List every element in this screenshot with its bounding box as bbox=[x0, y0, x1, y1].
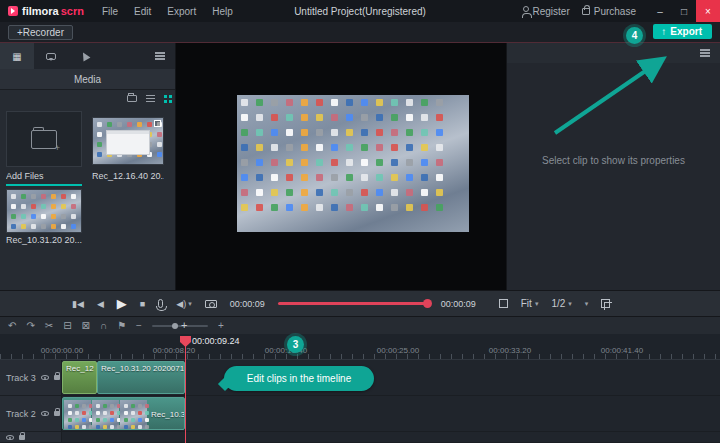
speaker-icon: ◀) bbox=[176, 299, 186, 309]
media-clip-thumbnail[interactable] bbox=[6, 189, 82, 233]
timeline-toolbar: ↶ ↷ ✂ ⊟ ⊠ ∩ ⚑ − + + bbox=[0, 316, 720, 334]
media-clip-label: Rec_12.16.40 20... bbox=[92, 171, 164, 181]
recorder-button[interactable]: +Recorder bbox=[8, 25, 73, 40]
tab-cursor[interactable] bbox=[68, 43, 102, 69]
tab-annotations[interactable] bbox=[34, 43, 68, 69]
track-name: Track 2 bbox=[6, 409, 36, 419]
minimize-button[interactable]: – bbox=[648, 0, 672, 22]
toolbar: +Recorder ↑ Export bbox=[0, 22, 720, 43]
track-lock-icon[interactable] bbox=[19, 435, 25, 440]
undo-icon[interactable]: ↶ bbox=[8, 320, 16, 331]
project-title: Untitled Project(Unregistered) bbox=[200, 6, 520, 17]
media-clip-label: Rec_10.31.20 20... bbox=[6, 235, 82, 245]
ruler-ticks bbox=[0, 354, 720, 359]
previous-frame-icon[interactable]: ◀ bbox=[97, 299, 104, 309]
clip-thumbnail bbox=[64, 400, 91, 430]
close-button[interactable]: × bbox=[696, 0, 720, 22]
library-tabs: ▦ bbox=[0, 43, 175, 69]
redo-icon[interactable]: ↷ bbox=[26, 320, 34, 331]
track-row-partial bbox=[0, 432, 720, 443]
track-visibility-eye-icon[interactable] bbox=[41, 375, 49, 380]
brand-sub-name: scrn bbox=[61, 5, 84, 17]
track-visibility-eye-icon[interactable] bbox=[6, 435, 14, 440]
tab-media[interactable]: ▦ bbox=[0, 43, 34, 69]
speaker-control[interactable]: ◀) ▾ bbox=[176, 299, 191, 309]
crop-icon[interactable] bbox=[601, 299, 610, 308]
zoom-out-icon[interactable]: − bbox=[136, 320, 142, 331]
media-clip-thumbnail[interactable] bbox=[92, 117, 164, 165]
purchase-label: Purchase bbox=[594, 6, 636, 17]
track-row: Track 2 Rec_10.31 bbox=[0, 396, 720, 432]
grid-view-icon[interactable] bbox=[164, 95, 167, 98]
player-controls: ▮◀ ◀ ▶ ■ ◀) ▾ 00:00:09 00:00:09 Fit ▾ 1/… bbox=[0, 290, 720, 316]
split-scissors-icon[interactable]: ✂ bbox=[45, 320, 53, 331]
timeline-clip[interactable]: Rec_12 bbox=[62, 361, 97, 394]
snapshot-camera-icon[interactable] bbox=[205, 300, 217, 308]
add-files-tile[interactable] bbox=[6, 111, 82, 167]
delete-clip-icon[interactable]: ⊠ bbox=[82, 320, 90, 331]
marker-flag-icon[interactable]: ⚑ bbox=[117, 320, 126, 331]
brand-name: filmora bbox=[22, 5, 59, 17]
play-icon[interactable]: ▶ bbox=[117, 296, 127, 311]
clip-label: Rec_12 bbox=[66, 364, 94, 373]
track-lock-icon[interactable] bbox=[54, 411, 60, 416]
playhead-line[interactable] bbox=[185, 336, 186, 443]
timeline-clip[interactable]: Rec_10.31.20 20200714 bbox=[97, 361, 185, 394]
track-name: Track 3 bbox=[6, 373, 36, 383]
track-header bbox=[0, 432, 62, 443]
timeline-ruler[interactable]: 00:00:09.24 00:00:00.00 00:00:08.20 00:0… bbox=[0, 334, 720, 360]
duration-time: 00:00:09 bbox=[441, 299, 476, 309]
preview-panel bbox=[176, 43, 506, 290]
clip-thumbnail bbox=[92, 400, 119, 430]
seek-knob[interactable] bbox=[423, 299, 432, 308]
chevron-down-icon: ▾ bbox=[188, 300, 192, 308]
annotation-arrow-to-export bbox=[507, 43, 720, 290]
folder-icon[interactable] bbox=[127, 95, 137, 102]
menu-export[interactable]: Export bbox=[167, 6, 196, 17]
zoom-knob[interactable] bbox=[172, 323, 178, 329]
track-lane[interactable] bbox=[62, 432, 720, 443]
fit-label: Fit bbox=[521, 298, 532, 309]
chevron-down-icon: ▾ bbox=[535, 300, 539, 308]
clip-label: Rec_10.31 bbox=[151, 410, 185, 419]
zoom-in-icon[interactable]: + bbox=[218, 320, 224, 331]
preview-video-frame[interactable] bbox=[237, 95, 469, 232]
more-dropdown-icon[interactable]: ▾ bbox=[585, 300, 589, 308]
microphone-icon[interactable] bbox=[158, 299, 163, 308]
fit-dropdown[interactable]: Fit ▾ bbox=[521, 298, 539, 309]
export-label: Export bbox=[670, 26, 702, 37]
skip-to-start-icon[interactable]: ▮◀ bbox=[72, 299, 84, 309]
window-controls: – □ × bbox=[648, 0, 720, 22]
maximize-button[interactable]: □ bbox=[672, 0, 696, 22]
crop-clip-icon[interactable]: ⊟ bbox=[63, 320, 71, 331]
scale-label: 1/2 bbox=[551, 298, 565, 309]
track-visibility-eye-icon[interactable] bbox=[41, 411, 49, 416]
export-button[interactable]: ↑ Export bbox=[653, 24, 712, 39]
timeline-clip[interactable]: Rec_10.31 bbox=[62, 397, 185, 430]
register-link[interactable]: Register bbox=[523, 6, 570, 17]
active-tile-underline bbox=[6, 184, 82, 186]
seek-slider[interactable] bbox=[278, 302, 428, 305]
media-library-panel: ▦ Media Add Files Rec_12.16.40 20... Rec… bbox=[0, 43, 176, 290]
add-marker-button[interactable]: + bbox=[181, 319, 187, 331]
media-panel-title: Media bbox=[0, 69, 175, 90]
annotation-callout: Edit clips in the timeline bbox=[224, 366, 374, 391]
list-view-icon[interactable] bbox=[146, 95, 155, 96]
timeline-zoom-slider[interactable] bbox=[152, 325, 208, 327]
playhead-timecode: 00:00:09.24 bbox=[192, 336, 240, 346]
track-lane[interactable]: Rec_10.31 bbox=[62, 396, 720, 432]
thumbnail-window bbox=[106, 130, 151, 155]
snap-magnet-icon[interactable]: ∩ bbox=[100, 320, 107, 331]
media-grid-icon: ▦ bbox=[12, 51, 21, 62]
track-lane[interactable]: Rec_12 Rec_10.31.20 20200714 bbox=[62, 360, 720, 396]
menu-edit[interactable]: Edit bbox=[134, 6, 151, 17]
stop-icon[interactable]: ■ bbox=[140, 299, 145, 309]
track-lock-icon[interactable] bbox=[54, 375, 60, 380]
cursor-icon bbox=[80, 51, 91, 62]
library-menu-icon[interactable] bbox=[155, 55, 165, 57]
scale-dropdown[interactable]: 1/2 ▾ bbox=[551, 298, 571, 309]
fullscreen-icon[interactable] bbox=[499, 299, 508, 308]
properties-panel: Select clip to show its properties bbox=[506, 43, 720, 290]
menu-file[interactable]: File bbox=[102, 6, 118, 17]
purchase-link[interactable]: Purchase bbox=[582, 6, 636, 17]
